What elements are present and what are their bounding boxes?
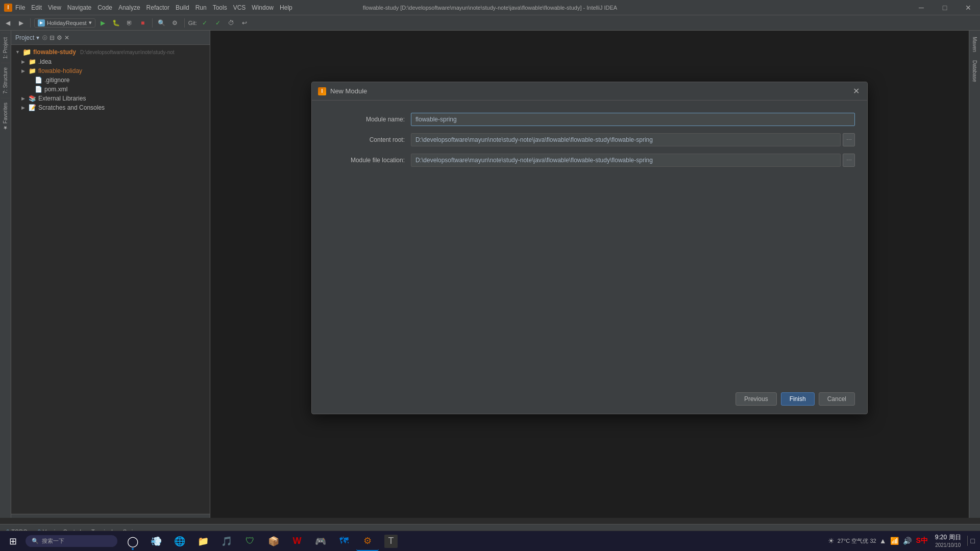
git-push-button[interactable]: ✓ bbox=[212, 17, 224, 29]
collapse-all-icon[interactable]: ⊟ bbox=[50, 34, 55, 41]
taskbar-app-shield[interactable]: 🛡 bbox=[239, 532, 261, 551]
run-with-coverage-button[interactable]: ⛨ bbox=[124, 17, 135, 29]
show-desktop-icon[interactable]: □ bbox=[967, 536, 976, 546]
taskbar-app-edge[interactable]: 🌐 bbox=[168, 532, 191, 551]
project-panel-header: Project ▾ ⦾ ⊟ ⚙ ✕ bbox=[11, 31, 210, 45]
tab-database[interactable]: Database bbox=[970, 56, 979, 86]
tree-item-ext-libs[interactable]: ▶ 📚 External Libraries bbox=[11, 94, 210, 103]
git-rollback-button[interactable]: ↩ bbox=[239, 17, 250, 29]
module-folder-icon: 📁 bbox=[29, 67, 36, 74]
tree-item-idea[interactable]: ▶ 📁 .idea bbox=[11, 57, 210, 66]
tab-structure[interactable]: 7: Structure bbox=[1, 63, 10, 98]
tab-maven[interactable]: Maven bbox=[970, 33, 979, 56]
dialog-close-button[interactable]: ✕ bbox=[851, 86, 861, 96]
dialog-title: New Module bbox=[330, 87, 851, 95]
settings-button[interactable]: ⚙ bbox=[169, 17, 181, 29]
tree-path-root: D:\developsoftware\mayun\note\study-not bbox=[80, 49, 175, 55]
weather-icon[interactable]: ☀ bbox=[827, 536, 836, 546]
toolbar-back-button[interactable]: ◀ bbox=[2, 17, 13, 29]
menu-code[interactable]: Code bbox=[97, 4, 112, 11]
module-name-row: Module name: bbox=[324, 113, 855, 126]
main-area: 1: Project 7: Structure ★ Favorites Proj… bbox=[0, 31, 980, 518]
cancel-button[interactable]: Cancel bbox=[819, 392, 855, 406]
git-label: Git: bbox=[188, 20, 197, 26]
tab-favorites[interactable]: ★ Favorites bbox=[1, 98, 10, 135]
folder-icon-idea: 📁 bbox=[29, 58, 36, 65]
close-button[interactable]: ✕ bbox=[957, 0, 980, 15]
hide-panel-icon[interactable]: ✕ bbox=[64, 34, 69, 41]
menu-view[interactable]: View bbox=[48, 4, 61, 11]
tree-arrow-scratches: ▶ bbox=[21, 105, 27, 110]
menu-tools[interactable]: Tools bbox=[213, 4, 227, 11]
dialog-overlay: I New Module ✕ Module name: Conte bbox=[210, 31, 969, 518]
taskbar-app-game2[interactable]: 🎮 bbox=[309, 532, 332, 551]
maximize-button[interactable]: □ bbox=[933, 0, 957, 15]
taskbar-app-music[interactable]: 🎵 bbox=[215, 532, 238, 551]
taskbar-apps: ◯ 💨 🌐 📁 🎵 🛡 📦 W 🎮 🗺 ⚙ T bbox=[117, 532, 827, 551]
menu-build[interactable]: Build bbox=[176, 4, 189, 11]
tree-label-idea: .idea bbox=[38, 58, 52, 65]
tree-item-gitignore[interactable]: ▶ 📄 .gitignore bbox=[11, 76, 210, 85]
menu-help[interactable]: Help bbox=[280, 4, 292, 11]
run-button[interactable]: ▶ bbox=[97, 17, 109, 29]
module-name-input[interactable] bbox=[411, 113, 855, 126]
run-config-icon: ▶ bbox=[38, 19, 45, 27]
tree-item-root[interactable]: ▼ 📁 flowable-study D:\developsoftware\ma… bbox=[11, 47, 210, 57]
start-button[interactable]: ⊞ bbox=[0, 531, 26, 552]
taskbar-app-w[interactable]: W bbox=[286, 532, 308, 551]
toolbar-forward-button[interactable]: ▶ bbox=[15, 17, 27, 29]
search-everywhere-button[interactable]: 🔍 bbox=[156, 17, 167, 29]
tree-label-gitignore: .gitignore bbox=[44, 77, 69, 84]
menu-vcs[interactable]: VCS bbox=[233, 4, 246, 11]
menu-run[interactable]: Run bbox=[195, 4, 207, 11]
tree-arrow-idea: ▶ bbox=[21, 59, 27, 64]
tree-item-pomxml[interactable]: ▶ 📄 pom.xml bbox=[11, 85, 210, 94]
taskbar-app-intellij[interactable]: ⚙ bbox=[356, 532, 379, 551]
content-root-input[interactable] bbox=[411, 133, 841, 146]
ext-libs-icon: 📚 bbox=[29, 95, 36, 102]
tree-item-scratches[interactable]: ▶ 📝 Scratches and Consoles bbox=[11, 103, 210, 112]
taskbar-app-fan[interactable]: 💨 bbox=[145, 532, 167, 551]
taskbar-search[interactable]: 🔍 搜索一下 bbox=[26, 535, 117, 547]
app-dot bbox=[132, 548, 134, 550]
input-method-icon[interactable]: S中 bbox=[915, 535, 928, 546]
pom-icon: 📄 bbox=[35, 86, 42, 93]
taskbar-app-maps[interactable]: 🗺 bbox=[333, 532, 355, 551]
menu-refactor[interactable]: Refactor bbox=[146, 4, 169, 11]
expand-tray-icon[interactable]: ▲ bbox=[878, 536, 888, 546]
previous-button[interactable]: Previous bbox=[736, 392, 777, 406]
toolbar-separator-3 bbox=[184, 18, 185, 28]
debug-button[interactable]: 🐛 bbox=[111, 17, 122, 29]
locate-file-icon[interactable]: ⦾ bbox=[42, 34, 47, 41]
right-sidebar-tabs: Maven Database bbox=[969, 31, 980, 518]
menu-file[interactable]: File bbox=[15, 4, 25, 11]
module-file-input[interactable] bbox=[411, 154, 841, 167]
menu-edit[interactable]: Edit bbox=[31, 4, 42, 11]
tree-arrow-extlibs: ▶ bbox=[21, 96, 27, 101]
module-file-browse-button[interactable]: ⋯ bbox=[843, 154, 855, 167]
taskbar-app-cortana[interactable]: ◯ bbox=[121, 532, 144, 551]
stop-button[interactable]: ■ bbox=[137, 17, 149, 29]
content-root-browse-button[interactable]: ⋯ bbox=[843, 133, 855, 146]
menu-analyze[interactable]: Analyze bbox=[118, 4, 140, 11]
tree-item-flowable-holiday[interactable]: ▶ 📁 flowable-holiday bbox=[11, 66, 210, 76]
tab-project[interactable]: 1: Project bbox=[1, 33, 10, 63]
tree-label-scratches: Scratches and Consoles bbox=[38, 104, 105, 111]
menu-window[interactable]: Window bbox=[252, 4, 274, 11]
minimize-button[interactable]: ─ bbox=[910, 0, 933, 15]
network-icon[interactable]: 📶 bbox=[889, 536, 900, 546]
finish-button[interactable]: Finish bbox=[781, 392, 815, 406]
run-config-arrow: ▾ bbox=[89, 19, 92, 26]
run-config-dropdown[interactable]: ▶ HolidayRequest ▾ bbox=[34, 18, 95, 28]
taskbar-clock[interactable]: 9:20 周日 2021/10/10 bbox=[931, 533, 965, 549]
project-tree: ▼ 📁 flowable-study D:\developsoftware\ma… bbox=[11, 45, 210, 514]
git-history-button[interactable]: ⏱ bbox=[226, 17, 237, 29]
volume-icon[interactable]: 🔊 bbox=[902, 536, 913, 546]
content-root-row: Content root: ⋯ bbox=[324, 133, 855, 146]
git-commit-button[interactable]: ✓ bbox=[199, 17, 210, 29]
taskbar-app-game[interactable]: 📦 bbox=[262, 532, 285, 551]
taskbar-app-explorer[interactable]: 📁 bbox=[192, 532, 214, 551]
menu-navigate[interactable]: Navigate bbox=[67, 4, 91, 11]
taskbar-app-t[interactable]: T bbox=[380, 532, 402, 551]
settings-icon[interactable]: ⚙ bbox=[57, 34, 62, 41]
